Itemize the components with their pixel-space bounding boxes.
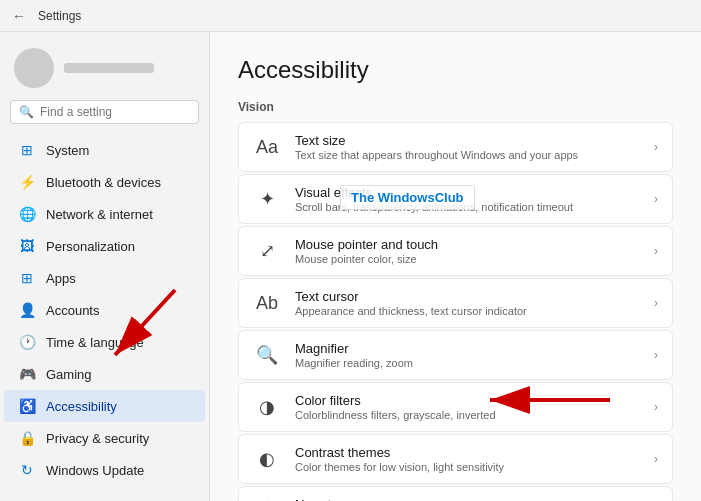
sidebar-label-privacy: Privacy & security: [46, 431, 149, 446]
sidebar-item-bluetooth[interactable]: ⚡Bluetooth & devices: [4, 166, 205, 198]
contrast-themes-desc: Color themes for low vision, light sensi…: [295, 461, 640, 473]
settings-item-text-size[interactable]: AaText sizeText size that appears throug…: [238, 122, 673, 172]
mouse-pointer-desc: Mouse pointer color, size: [295, 253, 640, 265]
settings-item-text-cursor[interactable]: AbText cursorAppearance and thickness, t…: [238, 278, 673, 328]
mouse-pointer-text: Mouse pointer and touchMouse pointer col…: [295, 237, 640, 265]
mouse-pointer-chevron: ›: [654, 244, 658, 258]
sidebar-label-network: Network & internet: [46, 207, 153, 222]
sidebar-item-accounts[interactable]: 👤Accounts: [4, 294, 205, 326]
sidebar-label-bluetooth: Bluetooth & devices: [46, 175, 161, 190]
text-size-title: Text size: [295, 133, 640, 148]
magnifier-desc: Magnifier reading, zoom: [295, 357, 640, 369]
text-size-icon: Aa: [253, 133, 281, 161]
sidebar-item-system[interactable]: ⊞System: [4, 134, 205, 166]
magnifier-text: MagnifierMagnifier reading, zoom: [295, 341, 640, 369]
sidebar-label-system: System: [46, 143, 89, 158]
text-size-desc: Text size that appears throughout Window…: [295, 149, 640, 161]
gaming-icon: 🎮: [18, 365, 36, 383]
magnifier-icon: 🔍: [253, 341, 281, 369]
color-filters-icon: ◑: [253, 393, 281, 421]
color-filters-text: Color filtersColorblindness filters, gra…: [295, 393, 640, 421]
sidebar: 🔍 ⊞System⚡Bluetooth & devices🌐Network & …: [0, 32, 210, 501]
personalization-icon: 🖼: [18, 237, 36, 255]
sidebar-item-time[interactable]: 🕐Time & language: [4, 326, 205, 358]
visual-effects-title: Visual effects: [295, 185, 640, 200]
sidebar-item-apps[interactable]: ⊞Apps: [4, 262, 205, 294]
profile-name: [64, 63, 154, 73]
narrator-icon: 🔊: [253, 497, 281, 501]
sidebar-label-accessibility: Accessibility: [46, 399, 117, 414]
text-cursor-text: Text cursorAppearance and thickness, tex…: [295, 289, 640, 317]
bluetooth-icon: ⚡: [18, 173, 36, 191]
settings-item-narrator[interactable]: 🔊NarratorVoice, verbosity, keyboard, bra…: [238, 486, 673, 501]
contrast-themes-text: Contrast themesColor themes for low visi…: [295, 445, 640, 473]
settings-item-magnifier[interactable]: 🔍MagnifierMagnifier reading, zoom›: [238, 330, 673, 380]
sidebar-label-windows-update: Windows Update: [46, 463, 144, 478]
sidebar-search-box[interactable]: 🔍: [10, 100, 199, 124]
settings-item-contrast-themes[interactable]: ◐Contrast themesColor themes for low vis…: [238, 434, 673, 484]
back-button[interactable]: ←: [12, 8, 26, 24]
mouse-pointer-title: Mouse pointer and touch: [295, 237, 640, 252]
privacy-icon: 🔒: [18, 429, 36, 447]
visual-effects-desc: Scroll bars, transparency, animations, n…: [295, 201, 640, 213]
content-area: Accessibility Vision AaText sizeText siz…: [210, 32, 701, 501]
title-bar: ← Settings: [0, 0, 701, 32]
contrast-themes-icon: ◐: [253, 445, 281, 473]
text-cursor-title: Text cursor: [295, 289, 640, 304]
search-input[interactable]: [40, 105, 190, 119]
text-cursor-chevron: ›: [654, 296, 658, 310]
magnifier-chevron: ›: [654, 348, 658, 362]
section-vision: Vision: [238, 100, 673, 114]
settings-item-visual-effects[interactable]: ✦Visual effectsScroll bars, transparency…: [238, 174, 673, 224]
text-cursor-icon: Ab: [253, 289, 281, 317]
accessibility-icon: ♿: [18, 397, 36, 415]
sidebar-label-accounts: Accounts: [46, 303, 99, 318]
color-filters-chevron: ›: [654, 400, 658, 414]
search-icon: 🔍: [19, 105, 34, 119]
text-size-chevron: ›: [654, 140, 658, 154]
narrator-title: Narrator: [295, 497, 640, 501]
windows-update-icon: ↻: [18, 461, 36, 479]
contrast-themes-title: Contrast themes: [295, 445, 640, 460]
contrast-themes-chevron: ›: [654, 452, 658, 466]
settings-item-mouse-pointer[interactable]: ⤢Mouse pointer and touchMouse pointer co…: [238, 226, 673, 276]
color-filters-title: Color filters: [295, 393, 640, 408]
avatar: [14, 48, 54, 88]
settings-item-color-filters[interactable]: ◑Color filtersColorblindness filters, gr…: [238, 382, 673, 432]
visual-effects-chevron: ›: [654, 192, 658, 206]
sidebar-label-time: Time & language: [46, 335, 144, 350]
system-icon: ⊞: [18, 141, 36, 159]
magnifier-title: Magnifier: [295, 341, 640, 356]
sidebar-profile: [0, 40, 209, 100]
network-icon: 🌐: [18, 205, 36, 223]
text-cursor-desc: Appearance and thickness, text cursor in…: [295, 305, 640, 317]
mouse-pointer-icon: ⤢: [253, 237, 281, 265]
accounts-icon: 👤: [18, 301, 36, 319]
main-layout: 🔍 ⊞System⚡Bluetooth & devices🌐Network & …: [0, 32, 701, 501]
sidebar-item-accessibility[interactable]: ♿Accessibility: [4, 390, 205, 422]
color-filters-desc: Colorblindness filters, grayscale, inver…: [295, 409, 640, 421]
title-bar-label: Settings: [38, 9, 81, 23]
sidebar-item-network[interactable]: 🌐Network & internet: [4, 198, 205, 230]
text-size-text: Text sizeText size that appears througho…: [295, 133, 640, 161]
page-title: Accessibility: [238, 56, 673, 84]
sidebar-label-gaming: Gaming: [46, 367, 92, 382]
sidebar-label-personalization: Personalization: [46, 239, 135, 254]
sidebar-item-personalization[interactable]: 🖼Personalization: [4, 230, 205, 262]
sidebar-label-apps: Apps: [46, 271, 76, 286]
settings-list: AaText sizeText size that appears throug…: [238, 122, 673, 501]
time-icon: 🕐: [18, 333, 36, 351]
narrator-text: NarratorVoice, verbosity, keyboard, brai…: [295, 497, 640, 501]
visual-effects-text: Visual effectsScroll bars, transparency,…: [295, 185, 640, 213]
sidebar-item-windows-update[interactable]: ↻Windows Update: [4, 454, 205, 486]
sidebar-item-privacy[interactable]: 🔒Privacy & security: [4, 422, 205, 454]
visual-effects-icon: ✦: [253, 185, 281, 213]
apps-icon: ⊞: [18, 269, 36, 287]
sidebar-nav: ⊞System⚡Bluetooth & devices🌐Network & in…: [0, 134, 209, 486]
sidebar-item-gaming[interactable]: 🎮Gaming: [4, 358, 205, 390]
